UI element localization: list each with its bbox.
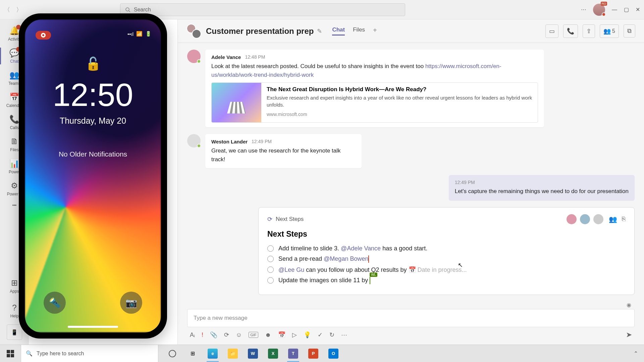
calendar-icon: 📅	[9, 93, 19, 102]
message-bubble: Weston Lander 12:49 PM Great, we can use…	[205, 134, 362, 168]
back-button[interactable]: 〈	[4, 6, 10, 14]
system-tray[interactable]: ⌃	[628, 350, 644, 357]
participants-button[interactable]: 👥5	[600, 24, 619, 38]
flow-icon: ⚙	[11, 181, 18, 190]
people-icon: 👥	[603, 27, 611, 35]
priority-button[interactable]: !	[202, 331, 203, 339]
attach-button[interactable]: 📎	[210, 331, 217, 339]
link-preview-card[interactable]: The Next Great Disruption Is Hybrid Work…	[211, 82, 538, 123]
taskbar-powerpoint[interactable]: P	[304, 345, 323, 362]
todo-item[interactable]: @Lee Gu can you follow up about Q2 resul…	[267, 264, 626, 275]
recording-pill[interactable]	[36, 31, 51, 40]
edit-title-button[interactable]: ✎	[317, 27, 322, 35]
rail-label: Help	[10, 314, 19, 318]
schedule-button[interactable]: 📅	[278, 331, 285, 339]
message-item: Adele Vance 12:48 PM Look at the latest …	[187, 50, 635, 127]
video-call-button[interactable]: ▭	[545, 24, 558, 38]
phone-mockup: ••ıl 📶 🔋 🔓 12:50 Thursday, May 20 No Old…	[19, 13, 167, 339]
maximize-button[interactable]: ▢	[624, 6, 629, 13]
sender-avatar[interactable]	[187, 50, 201, 63]
todo-item[interactable]: Send a pre-read @Megan Bowen	[267, 254, 626, 264]
signal-icon: ••ıl	[127, 31, 133, 37]
checkbox[interactable]	[267, 256, 274, 262]
taskbar-outlook[interactable]: O	[324, 345, 343, 362]
taskbar-teams[interactable]: T	[284, 345, 303, 362]
message-item: Weston Lander 12:49 PM Great, we can use…	[187, 134, 362, 168]
profile-avatar[interactable]: RO	[593, 4, 605, 16]
cortana-button[interactable]	[163, 345, 182, 362]
todo-item[interactable]: Add timeline to slide 3. @Adele Vance ha…	[267, 243, 626, 254]
tab-files[interactable]: Files	[353, 26, 365, 36]
calendar-chip-icon: 📅	[409, 266, 416, 273]
presence-avatar[interactable]	[579, 214, 591, 225]
edge-icon: e	[208, 349, 218, 359]
checkbox[interactable]	[267, 245, 274, 252]
rail-label: Calls	[10, 125, 19, 130]
copy-component-button[interactable]: ⎘	[622, 216, 626, 223]
lock-icon: 🔓	[85, 56, 101, 71]
message-list[interactable]: Adele Vance 12:48 PM Look at the latest …	[178, 43, 644, 309]
taskbar-word[interactable]: W	[244, 345, 262, 362]
praise-button[interactable]: 💡	[304, 331, 311, 339]
more-button[interactable]: ⋯	[581, 6, 586, 13]
rail-mobile[interactable]: 📱	[7, 324, 22, 340]
loop-component[interactable]: ⟳ Next Steps 👥 ⎘ Next Steps Add timeline…	[258, 207, 635, 295]
rail-label: Files	[10, 147, 18, 152]
chat-panel: Customer presentation prep ✎ Chat Files …	[178, 19, 644, 345]
stream-button[interactable]: ▷	[292, 331, 297, 339]
message-input[interactable]: Type a new message	[187, 309, 635, 327]
sender-avatar[interactable]	[187, 134, 201, 147]
mention[interactable]: @Lee Gu	[278, 266, 304, 273]
start-button[interactable]	[0, 345, 21, 362]
add-people-button[interactable]: 👥	[609, 215, 617, 223]
approvals-button[interactable]: ✓	[318, 331, 323, 339]
audio-call-button[interactable]: 📞	[563, 24, 578, 38]
checkbox[interactable]	[267, 277, 274, 284]
mention[interactable]: @Megan Bowen	[324, 255, 368, 262]
message-text: Let's capture the remaining things we ne…	[455, 187, 629, 196]
home-indicator[interactable]	[68, 326, 118, 328]
checkbox[interactable]	[267, 266, 274, 273]
taskbar-search[interactable]: 🔍 Type here to search	[21, 345, 158, 362]
sticker-button[interactable]: ☻	[265, 331, 271, 339]
taskbar-excel[interactable]: X	[264, 345, 282, 362]
share-button[interactable]: ⇪	[583, 24, 595, 38]
svg-point-0	[126, 8, 129, 11]
forward-button[interactable]: 〉	[16, 6, 22, 14]
send-button[interactable]: ➤	[626, 330, 632, 339]
camera-button[interactable]: 📷	[120, 292, 142, 314]
task-view-button[interactable]: ⊞	[183, 345, 202, 362]
updates-button[interactable]: ↻	[329, 331, 334, 339]
gif-button[interactable]: GIF	[249, 332, 258, 338]
more-actions-button[interactable]: ⋯	[341, 331, 347, 339]
phone-time: 12:50	[25, 76, 161, 113]
emoji-button[interactable]: ☺	[236, 331, 242, 339]
phone-icon: 📞	[567, 27, 574, 35]
help-icon: ?	[12, 303, 16, 312]
presence-avatar[interactable]	[566, 214, 577, 225]
taskbar-explorer[interactable]: 📁	[223, 345, 242, 362]
loop-breadcrumb[interactable]: Next Steps	[276, 216, 304, 223]
add-tab-button[interactable]: +	[373, 26, 377, 36]
format-button[interactable]: Aᵢ	[190, 331, 195, 339]
tab-chat[interactable]: Chat	[332, 26, 345, 36]
flashlight-button[interactable]: 🔦	[44, 292, 66, 314]
collab-cursor: WL	[370, 277, 370, 284]
message-time: 12:48 PM	[245, 54, 265, 60]
presence-avatar[interactable]	[593, 214, 604, 225]
taskbar-edge[interactable]: e	[203, 345, 222, 362]
close-button[interactable]: ✕	[636, 6, 640, 13]
loop-button[interactable]: ⟳	[224, 331, 229, 339]
mention[interactable]: @Adele Vance	[341, 245, 381, 252]
phone-date: Thursday, May 20	[25, 116, 161, 126]
cortana-icon	[169, 350, 176, 357]
loop-title[interactable]: Next Steps	[267, 230, 626, 239]
apps-icon: ⊞	[11, 278, 18, 288]
tray-chevron-icon[interactable]: ⌃	[634, 351, 638, 356]
todo-item[interactable]: Update the images on slide 11 by WL	[267, 275, 626, 286]
popout-button[interactable]: ⧉	[624, 24, 635, 38]
rail-label: Chat	[10, 59, 18, 64]
search-input[interactable]: Search	[120, 3, 405, 16]
minimize-button[interactable]: —	[612, 7, 617, 13]
no-notifications-label: No Older Notifications	[25, 150, 161, 158]
